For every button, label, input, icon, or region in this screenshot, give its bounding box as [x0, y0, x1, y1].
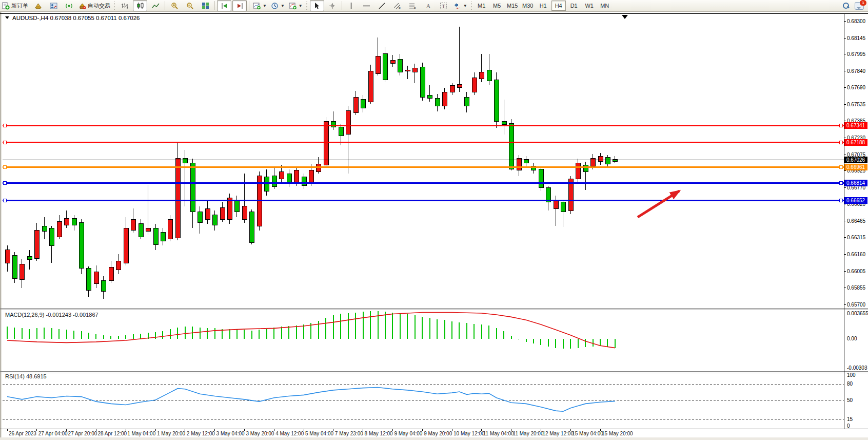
new-chart-button[interactable]: ▼	[251, 0, 268, 11]
arrows-button[interactable]: ▼	[452, 0, 469, 11]
price-tick-label: 0.66465	[847, 218, 866, 224]
auto-scroll-button[interactable]	[217, 0, 231, 11]
timeframe-w1-button[interactable]: W1	[582, 1, 597, 11]
hline-anchor[interactable]	[839, 182, 842, 185]
candle-body	[339, 127, 343, 136]
chart-shift-button[interactable]	[232, 0, 247, 11]
svg-text:0.66814: 0.66814	[846, 180, 865, 186]
clock-icon	[271, 2, 279, 10]
timeframe-m5-button[interactable]: M5	[490, 1, 504, 11]
candle-body	[265, 177, 269, 192]
candle-body	[390, 61, 395, 64]
timeframe-group: M1M5M15M30H1H4D1W1MN	[474, 0, 613, 11]
vertical-line-button[interactable]	[344, 0, 359, 11]
candle-body	[35, 231, 40, 259]
crosshair-button[interactable]	[325, 0, 340, 11]
hline-anchor[interactable]	[3, 124, 6, 127]
notifications-icon[interactable]: 1	[855, 2, 864, 10]
timeframe-m30-button[interactable]: M30	[521, 1, 535, 11]
toolbar-right-group: 1	[842, 2, 864, 10]
price-tag-0.67026: 0.67026	[844, 157, 867, 163]
horizontal-line-button[interactable]	[360, 0, 374, 11]
bottom-strip	[0, 437, 868, 440]
candle-body	[153, 228, 158, 244]
candle-body	[353, 98, 358, 113]
timeframe-mn-button[interactable]: MN	[598, 1, 612, 11]
indicator-axis-label: 50	[847, 397, 853, 403]
market-watch-icon	[34, 2, 42, 10]
timeframe-h4-button[interactable]: H4	[551, 1, 566, 11]
time-tick-label: 3 May 20:00	[246, 431, 274, 436]
candle-body	[161, 233, 165, 241]
notification-badge: 1	[860, 0, 866, 6]
chevron-down-icon: ▼	[263, 4, 267, 8]
timeframe-m15-button[interactable]: M15	[505, 1, 520, 11]
time-tick-label: 15 May 04:00	[572, 431, 603, 436]
candle-body	[428, 95, 432, 98]
new-order-button[interactable]: 新订单	[1, 0, 30, 11]
cursor-button[interactable]	[310, 0, 324, 11]
time-tick-label: 12 May 12:00	[542, 431, 574, 436]
fibonacci-button[interactable]: F	[406, 0, 420, 11]
candle-body	[457, 84, 462, 87]
time-tick-label: 9 May 20:00	[424, 431, 452, 436]
text-button[interactable]: A	[421, 0, 436, 11]
candle-body	[591, 159, 596, 166]
candle-body	[146, 228, 151, 231]
svg-text:0.67026: 0.67026	[846, 157, 865, 163]
period-button[interactable]: ▼	[269, 0, 286, 11]
candle-body	[450, 85, 455, 92]
time-tick-label: 4 May 12:00	[275, 431, 304, 436]
candlestick-chart-button[interactable]	[133, 0, 147, 11]
candle-body	[5, 250, 10, 263]
hline-anchor[interactable]	[839, 199, 842, 202]
candle-body	[27, 257, 32, 260]
candle-body	[20, 264, 25, 279]
bar-chart-button[interactable]	[117, 0, 132, 11]
trendline-button[interactable]	[375, 0, 389, 11]
data-window-button[interactable]	[46, 0, 61, 11]
candle-body	[250, 212, 254, 242]
time-tick-label: 1 May 04:00	[127, 431, 155, 436]
chart-title: AUDUSD-,H4 0.67038 0.67055 0.67011 0.670…	[5, 15, 140, 21]
hline-anchor[interactable]	[3, 182, 6, 185]
channel-icon: E	[393, 2, 401, 10]
text-label-button[interactable]: T	[437, 0, 451, 11]
fibonacci-icon: F	[409, 2, 417, 10]
hline-anchor[interactable]	[3, 141, 6, 144]
hline-anchor[interactable]	[3, 165, 6, 168]
candle-body	[346, 110, 351, 135]
timeframe-d1-button[interactable]: D1	[567, 1, 581, 11]
time-tick-label: 11 May 20:00	[513, 431, 544, 436]
line-chart-button[interactable]	[148, 0, 163, 11]
chart-background	[0, 12, 868, 440]
candle-body	[517, 159, 521, 170]
signals-button[interactable]	[62, 0, 76, 11]
channel-button[interactable]: E	[390, 0, 405, 11]
timeframe-m1-button[interactable]: M1	[475, 1, 489, 11]
candle-body	[131, 219, 136, 230]
zoom-out-button[interactable]	[183, 0, 197, 11]
candle-body	[220, 207, 225, 219]
toolbar-handle	[470, 2, 473, 10]
hline-anchor[interactable]	[3, 199, 6, 202]
indicators-button[interactable]: ▼	[287, 0, 304, 11]
search-icon[interactable]	[842, 2, 850, 9]
timeframe-h1-button[interactable]: H1	[536, 1, 550, 11]
zoom-in-button[interactable]	[167, 0, 182, 11]
candle-body	[94, 272, 98, 283]
candle-body	[495, 80, 499, 122]
hline-anchor[interactable]	[839, 165, 842, 168]
candle-body	[42, 226, 47, 232]
time-tick-label: 8 May 12:00	[365, 431, 393, 436]
rsi-label: RSI(14) 48.6915	[5, 373, 47, 379]
hline-anchor[interactable]	[839, 141, 842, 144]
candle-body	[190, 163, 195, 212]
hline-anchor[interactable]	[839, 124, 842, 127]
chart-canvas[interactable]: 0.683000.681450.679950.678400.676900.675…	[0, 12, 868, 440]
auto-trading-button[interactable]: 自动交易	[77, 0, 112, 11]
toolbar-handle	[113, 2, 116, 10]
market-watch-button[interactable]	[31, 0, 45, 11]
price-tag-0.66961: 0.66961	[844, 164, 867, 170]
tile-windows-button[interactable]	[198, 0, 212, 11]
